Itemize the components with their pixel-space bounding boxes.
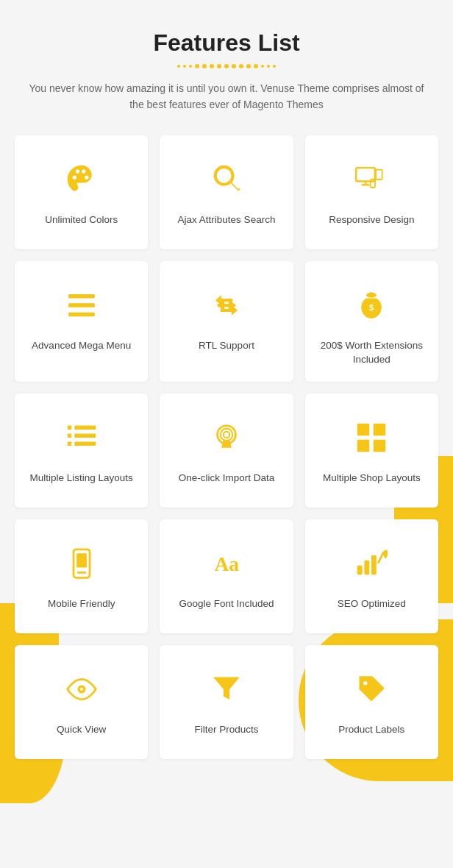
feature-label: 200$ Worth Extensions Included [316, 339, 427, 367]
features-grid: Unlimited Colors Ajax Attributes Search [15, 135, 438, 759]
feature-one-click-import: One-click Import Data [160, 394, 293, 508]
feature-quick-view: Quick View [15, 645, 148, 759]
feature-unlimited-colors: Unlimited Colors [15, 135, 148, 249]
svg-marker-32 [382, 549, 388, 554]
touch-icon [204, 416, 249, 460]
dot [273, 65, 276, 68]
dot [177, 65, 180, 68]
svg-rect-24 [374, 439, 386, 452]
svg-point-34 [80, 688, 83, 691]
eye-icon [60, 667, 104, 711]
feature-label: SEO Optimized [338, 597, 406, 611]
dot [267, 65, 270, 68]
page-subtitle: You never know how amazing it is until y… [21, 80, 432, 113]
dot [202, 64, 207, 68]
dot [254, 64, 258, 68]
svg-rect-16 [67, 441, 71, 446]
feature-advanced-mega-menu: Advanced Mega Menu [15, 261, 148, 382]
feature-label: Multiple Shop Layouts [323, 472, 421, 485]
feature-ajax-attributes-search: Ajax Attributes Search [160, 135, 293, 249]
dot [239, 64, 243, 68]
grid-icon [349, 416, 393, 460]
svg-rect-7 [68, 294, 95, 299]
feature-label: Unlimited Colors [45, 213, 118, 227]
font-icon: Aa [204, 541, 249, 586]
moneybag-icon: $ [349, 283, 393, 327]
svg-rect-12 [67, 425, 71, 430]
feature-label: Mobile Friendly [48, 597, 115, 611]
page-wrapper: Features List You never know how amazing… [0, 0, 453, 803]
svg-point-10 [366, 293, 377, 298]
feature-multiple-listing-layouts: Multiple Listing Layouts [15, 394, 148, 508]
feature-responsive-design: Responsive Design [305, 135, 438, 249]
dot [210, 64, 214, 68]
svg-rect-8 [68, 303, 95, 307]
svg-rect-3 [376, 169, 382, 179]
feature-mobile-friendly: Mobile Friendly [15, 519, 148, 633]
feature-label: One-click Import Data [179, 472, 275, 485]
dot [189, 65, 192, 68]
svg-text:$: $ [369, 303, 374, 312]
svg-text:Aa: Aa [214, 552, 239, 574]
mobile-icon [60, 541, 104, 586]
page-header: Features List You never know how amazing… [15, 29, 438, 113]
feature-google-font: Aa Google Font Included [160, 519, 293, 633]
dot [195, 64, 199, 68]
page-title: Features List [15, 29, 438, 57]
svg-rect-27 [76, 553, 87, 567]
feature-label: Filter Products [194, 723, 258, 737]
feature-label: Google Font Included [179, 597, 274, 611]
menu-icon [60, 283, 104, 327]
feature-label: Ajax Attributes Search [178, 213, 276, 227]
dot [183, 65, 186, 68]
feature-label: Responsive Design [329, 213, 414, 227]
svg-rect-21 [357, 423, 370, 435]
svg-rect-9 [68, 312, 95, 316]
svg-rect-30 [365, 560, 370, 574]
dot [224, 64, 229, 68]
svg-rect-17 [74, 441, 96, 446]
chart-icon [349, 541, 393, 586]
feature-label: Product Labels [338, 723, 404, 737]
feature-label: Multiple Listing Layouts [30, 472, 133, 485]
svg-rect-31 [371, 555, 377, 574]
tag-icon [349, 667, 393, 711]
feature-filter-products: Filter Products [160, 645, 293, 759]
svg-rect-15 [74, 433, 96, 438]
svg-rect-14 [67, 433, 71, 438]
feature-200-worth: $ 200$ Worth Extensions Included [305, 261, 438, 382]
list-icon [60, 416, 104, 460]
svg-rect-13 [74, 425, 96, 430]
search-icon [204, 157, 249, 202]
dot [246, 64, 251, 68]
palette-icon [60, 157, 104, 202]
svg-rect-29 [357, 565, 363, 574]
svg-point-19 [221, 428, 233, 441]
feature-label: Quick View [57, 723, 106, 737]
feature-product-labels: Product Labels [305, 645, 438, 759]
feature-label: RTL Support [199, 339, 254, 353]
svg-rect-23 [357, 439, 370, 452]
feature-rtl-support: RTL Support [160, 261, 293, 382]
divider-dots [15, 64, 438, 68]
svg-rect-22 [374, 423, 386, 435]
dot [217, 64, 221, 68]
feature-seo-optimized: SEO Optimized [305, 519, 438, 633]
rtl-icon [204, 283, 249, 327]
responsive-icon [349, 157, 393, 202]
svg-point-20 [224, 431, 229, 437]
feature-label: Advanced Mega Menu [32, 339, 131, 353]
filter-icon [204, 667, 249, 711]
dot [261, 65, 264, 68]
dot [232, 64, 236, 68]
feature-multiple-shop-layouts: Multiple Shop Layouts [305, 394, 438, 508]
